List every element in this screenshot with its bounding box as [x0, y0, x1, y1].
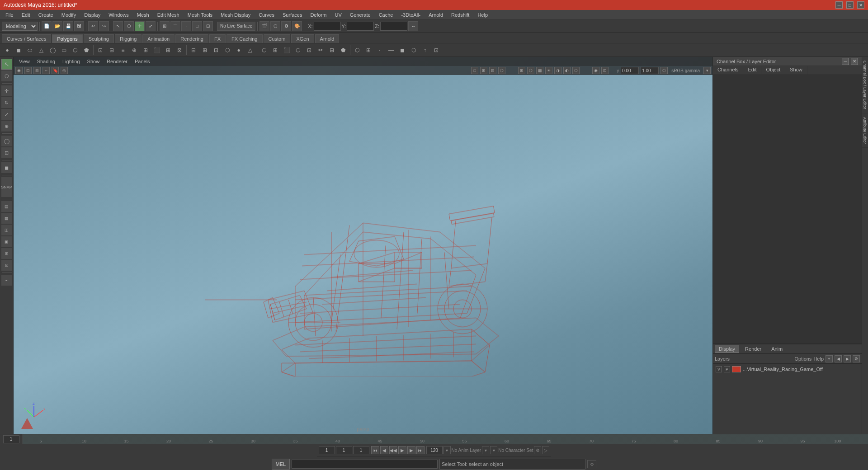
input-type-button[interactable]: MEL	[272, 459, 290, 470]
tab-curves-surfaces[interactable]: Curves / Surfaces	[2, 34, 51, 43]
move-tool[interactable]: ✛	[1, 85, 12, 96]
fill-hole-button[interactable]: ⊕	[129, 45, 140, 56]
viewport[interactable]: View Shading Lighting Show Renderer Pane…	[14, 57, 712, 434]
redo-button[interactable]: ↪	[99, 21, 109, 31]
uv-unfold-button[interactable]: ⬛	[281, 45, 292, 56]
polygon-sphere-button[interactable]: ●	[2, 45, 13, 56]
menu-3dto-all[interactable]: -3DtoAll-	[397, 11, 424, 19]
append-button[interactable]: ⊞	[140, 45, 151, 56]
polygon-torus-button[interactable]: ◯	[47, 45, 58, 56]
display-tab[interactable]: Display	[715, 345, 739, 353]
save-as-button[interactable]: 🖫	[74, 21, 84, 31]
menu-edit[interactable]: Edit	[18, 11, 34, 19]
snap-view-button[interactable]: ⊡	[203, 21, 213, 31]
exposure-input[interactable]: 0.00	[621, 67, 639, 74]
layout-double-btn[interactable]: ⊞	[480, 67, 487, 74]
triangulate-button[interactable]: △	[245, 45, 255, 56]
edge-button[interactable]: —	[386, 45, 396, 56]
uv-sew-button[interactable]: ⊟	[326, 45, 337, 56]
play-fwd-btn[interactable]: ▶	[398, 446, 406, 454]
uv-editor-button[interactable]: ⬡	[259, 45, 269, 56]
polygon-cone-button[interactable]: △	[36, 45, 47, 56]
menu-create[interactable]: Create	[35, 11, 57, 19]
scale-tool[interactable]: ⤢	[1, 109, 12, 120]
layer-visible-toggle[interactable]: V	[716, 366, 722, 372]
face-button[interactable]: ◼	[397, 45, 408, 56]
ch-tab-show[interactable]: Show	[785, 66, 807, 75]
menu-mesh[interactable]: Mesh	[133, 11, 153, 19]
vp-menu-renderer[interactable]: Renderer	[105, 59, 129, 64]
camera-select-btn[interactable]: ◉	[15, 67, 23, 74]
menu-cache[interactable]: Cache	[375, 11, 397, 19]
layer-btn-4[interactable]: ▣	[1, 236, 12, 247]
character-options[interactable]: ⚙	[534, 446, 541, 454]
menu-display[interactable]: Display	[80, 11, 104, 19]
current-frame-input[interactable]: 1	[3, 435, 19, 443]
command-input[interactable]	[292, 460, 438, 469]
menu-uv[interactable]: UV	[331, 11, 345, 19]
extrude-button[interactable]: ⊡	[95, 45, 106, 56]
layer-options-btn[interactable]: ⚙	[853, 355, 860, 362]
frame-sel-btn[interactable]: ⊞	[33, 67, 41, 74]
uv-flip-button[interactable]: ⊡	[304, 45, 315, 56]
hud-toggle[interactable]: ⊡	[601, 67, 609, 74]
sculpt-geo[interactable]: ◼	[1, 162, 12, 173]
layer-color-swatch[interactable]	[732, 366, 741, 372]
menu-mesh-tools[interactable]: Mesh Tools	[184, 11, 216, 19]
snap-point-button[interactable]: ·	[181, 21, 191, 31]
minimize-button[interactable]: ─	[835, 1, 843, 9]
layer-playback-toggle[interactable]: P	[724, 366, 730, 372]
menu-curves[interactable]: Curves	[255, 11, 278, 19]
layer-next-btn[interactable]: ▶	[844, 355, 851, 362]
paint-select-tool[interactable]: ⬡	[1, 70, 12, 81]
shading-toggle[interactable]: ⬡	[527, 67, 534, 74]
display-render-button[interactable]: 🎨	[292, 21, 302, 31]
skip-end-btn[interactable]: ⏭	[416, 446, 425, 454]
menu-arnold[interactable]: Arnold	[425, 11, 447, 19]
texture-toggle[interactable]: ▩	[536, 67, 543, 74]
select-tool[interactable]: ↖	[1, 59, 12, 70]
ch-tab-channels[interactable]: Channels	[713, 66, 743, 75]
tab-rigging[interactable]: Rigging	[115, 34, 142, 43]
tab-animation[interactable]: Animation	[142, 34, 175, 43]
menu-generate[interactable]: Generate	[346, 11, 374, 19]
character-anim-btn[interactable]: ▷	[542, 446, 549, 454]
channel-box-minimize[interactable]: ─	[842, 58, 849, 65]
maximize-button[interactable]: □	[846, 1, 854, 9]
layer-add-btn[interactable]: +	[826, 355, 833, 362]
gamma-icon[interactable]: ⬡	[660, 67, 668, 74]
settings-btn[interactable]: ⚙	[587, 460, 596, 468]
show-manip[interactable]: ⊡	[1, 147, 12, 158]
render-settings-button[interactable]: ⚙	[281, 21, 291, 31]
menu-help[interactable]: Help	[474, 11, 491, 19]
snap-settings[interactable]: SNAP	[1, 177, 12, 197]
ao-toggle[interactable]: ◐	[563, 67, 571, 74]
menu-redshift[interactable]: Redshift	[448, 11, 473, 19]
vp-menu-view[interactable]: View	[17, 59, 32, 64]
anim-layer-options[interactable]: ▾	[482, 446, 489, 454]
lighting-toggle[interactable]: ☀	[545, 67, 552, 74]
tab-xgen[interactable]: XGen	[291, 34, 314, 43]
open-scene-button[interactable]: 📂	[52, 21, 62, 31]
gamma-input[interactable]: 1.00	[641, 67, 659, 74]
vp-menu-lighting[interactable]: Lighting	[61, 59, 82, 64]
polygon-plane-button[interactable]: ▭	[58, 45, 69, 56]
sync-btn[interactable]: ↔	[42, 67, 50, 74]
current-frame-input2[interactable]	[336, 446, 352, 454]
shadow-toggle[interactable]: ◑	[554, 67, 561, 74]
project-button[interactable]: ⬛	[151, 45, 162, 56]
anim-tab[interactable]: Anim	[767, 345, 787, 353]
rotate-tool[interactable]: ↻	[1, 97, 12, 108]
xray-button[interactable]: ⬡	[352, 45, 363, 56]
close-button[interactable]: ✕	[857, 1, 864, 9]
transform-button[interactable]: ⤢	[146, 21, 156, 31]
polygon-prism-button[interactable]: ⬟	[81, 45, 92, 56]
menu-deform[interactable]: Deform	[307, 11, 330, 19]
menu-edit-mesh[interactable]: Edit Mesh	[154, 11, 183, 19]
anim-layer-btn[interactable]: ▾	[443, 446, 451, 454]
split-button[interactable]: ⊞	[163, 45, 174, 56]
insert-edge-button[interactable]: ⊠	[174, 45, 185, 56]
render-button[interactable]: 🎬	[259, 21, 269, 31]
undo-button[interactable]: ↩	[88, 21, 98, 31]
tab-custom[interactable]: Custom	[264, 34, 291, 43]
